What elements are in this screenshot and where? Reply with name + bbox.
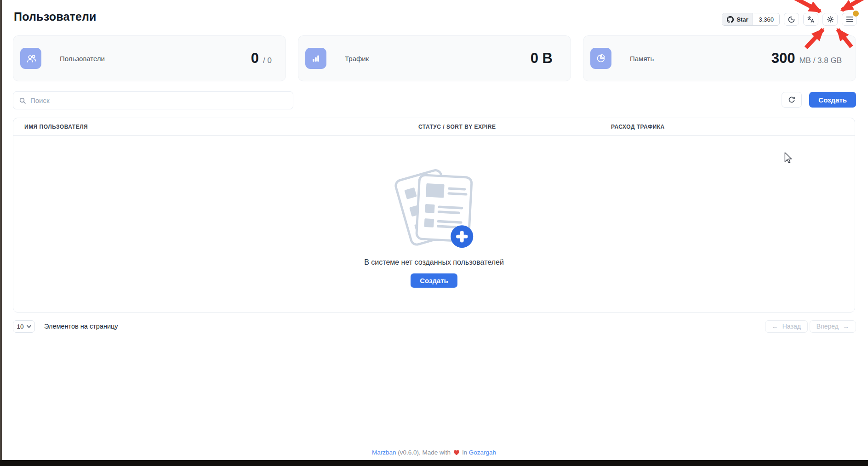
stat-label: Память [630, 55, 654, 63]
gozargah-link[interactable]: Gozargah [469, 449, 496, 456]
topbar: Star 3,360 [722, 13, 857, 26]
refresh-button[interactable] [782, 92, 802, 108]
github-star-label: Star [737, 16, 748, 23]
column-username[interactable]: ИМЯ ПОЛЬЗОВАТЕЛЯ [13, 124, 418, 130]
github-icon [727, 16, 734, 23]
left-edge-strip [0, 0, 2, 466]
github-star-widget: Star 3,360 [722, 13, 780, 26]
search-icon [19, 97, 26, 104]
stat-label: Трафик [345, 55, 369, 63]
create-button[interactable]: Создать [809, 92, 856, 108]
prev-page-button[interactable]: ← Назад [765, 320, 808, 333]
heart-icon [453, 449, 460, 455]
footer-text: in [461, 449, 469, 456]
empty-state-message: В системе нет созданных пользователей [364, 258, 504, 267]
users-table: ИМЯ ПОЛЬЗОВАТЕЛЯ СТАТУС / SORT BY EXPIRE… [13, 118, 855, 313]
menu-button[interactable] [842, 13, 857, 26]
column-status-sort-by-expire[interactable]: СТАТУС / SORT BY EXPIRE [418, 124, 611, 130]
page-size-select[interactable]: 10 [13, 320, 35, 333]
bottom-edge-strip [0, 460, 868, 466]
table-header: ИМЯ ПОЛЬЗОВАТЕЛЯ СТАТУС / SORT BY EXPIRE… [13, 118, 855, 136]
page-size-value: 10 [17, 323, 23, 330]
bar-chart-icon [305, 48, 326, 69]
stat-value: 300 MB / 3.8 GB [771, 50, 842, 67]
users-icon [20, 48, 41, 69]
dark-mode-button[interactable] [784, 13, 799, 26]
moon-icon [788, 16, 795, 23]
page-title: Пользователи [14, 10, 97, 23]
stat-cards: Пользователи 0 / 0 Трафик 0 B Память 300 [13, 35, 856, 81]
settings-button[interactable] [822, 13, 838, 26]
gear-icon [827, 16, 834, 23]
stat-label: Пользователи [60, 55, 105, 63]
search-input[interactable] [30, 97, 287, 104]
translate-icon [807, 16, 815, 23]
notification-dot [853, 11, 859, 17]
annotation-arrow-top-left [789, 0, 820, 11]
refresh-icon [788, 96, 795, 103]
next-page-button[interactable]: Вперед → [810, 320, 856, 333]
github-star-button[interactable]: Star [722, 13, 753, 25]
footer-text: (v0.6.0), Made with [396, 449, 452, 456]
stat-value: 0 B [531, 50, 557, 67]
footer: Marzban (v0.6.0), Made with in Gozargah [0, 449, 868, 456]
arrow-left-icon: ← [772, 323, 778, 330]
search-box [13, 91, 293, 109]
pagination: 10 Элементов на страницу ← Назад Вперед … [13, 320, 856, 333]
plus-circle-icon [451, 225, 473, 248]
language-button[interactable] [803, 13, 818, 26]
github-star-count[interactable]: 3,360 [753, 13, 779, 25]
marzban-link[interactable]: Marzban [372, 449, 396, 456]
table-empty-state: В системе нет созданных пользователей Со… [13, 136, 855, 313]
empty-documents-illustration [389, 162, 479, 252]
stat-value: 0 / 0 [251, 50, 272, 67]
empty-state-create-button[interactable]: Создать [411, 273, 457, 288]
stat-card-memory: Память 300 MB / 3.8 GB [583, 35, 856, 81]
pie-chart-icon [590, 48, 611, 69]
toolbar-actions: Создать [782, 92, 856, 108]
marzban-users-page: Пользователи Star 3,360 Польз [0, 0, 868, 466]
arrow-right-icon: → [843, 323, 849, 330]
stat-card-traffic: Трафик 0 B [298, 35, 571, 81]
stat-card-users: Пользователи 0 / 0 [13, 35, 286, 81]
chevron-down-icon [27, 325, 31, 328]
menu-icon [846, 16, 853, 23]
annotation-arrow-top-right [842, 0, 868, 10]
column-traffic-usage[interactable]: РАСХОД ТРАФИКА [611, 124, 855, 130]
page-size-label: Элементов на страницу [44, 323, 118, 330]
